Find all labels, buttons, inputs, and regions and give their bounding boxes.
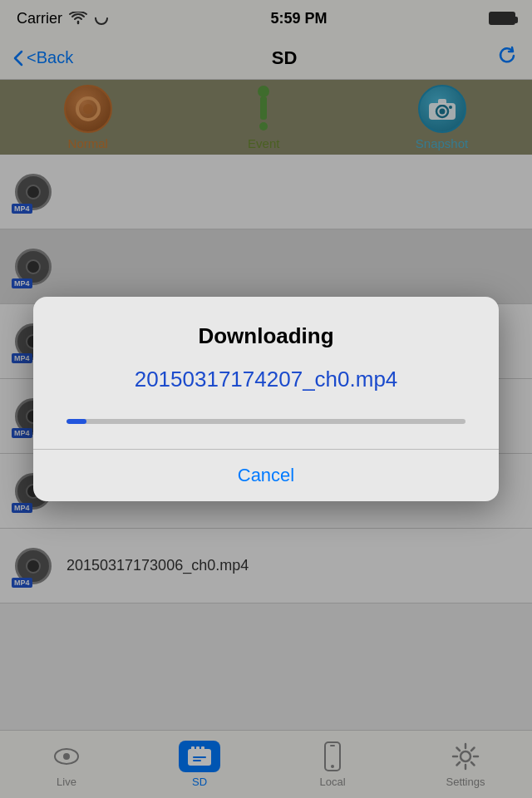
modal-title: Downloading [53,323,479,349]
progress-container [66,419,466,424]
cancel-button[interactable]: Cancel [53,450,479,501]
modal-overlay: Downloading 20150317174207_ch0.mp4 Cance… [0,0,532,798]
download-modal: Downloading 20150317174207_ch0.mp4 Cance… [33,297,499,501]
progress-bar-fill [66,419,86,424]
progress-bar-background [66,419,466,424]
modal-filename: 20150317174207_ch0.mp4 [53,366,479,394]
